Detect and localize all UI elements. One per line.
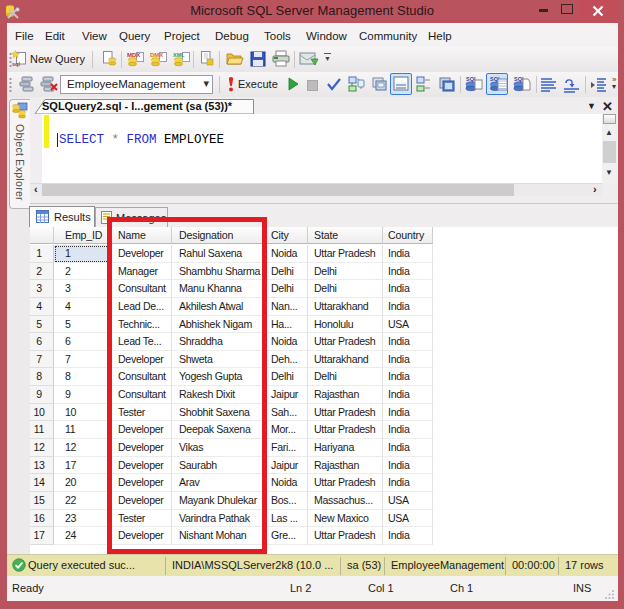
svg-text:DMX: DMX: [150, 52, 163, 58]
svg-text:MDX: MDX: [127, 52, 140, 58]
svg-text:sql: sql: [12, 61, 20, 67]
svg-text:XML: XML: [173, 52, 185, 58]
